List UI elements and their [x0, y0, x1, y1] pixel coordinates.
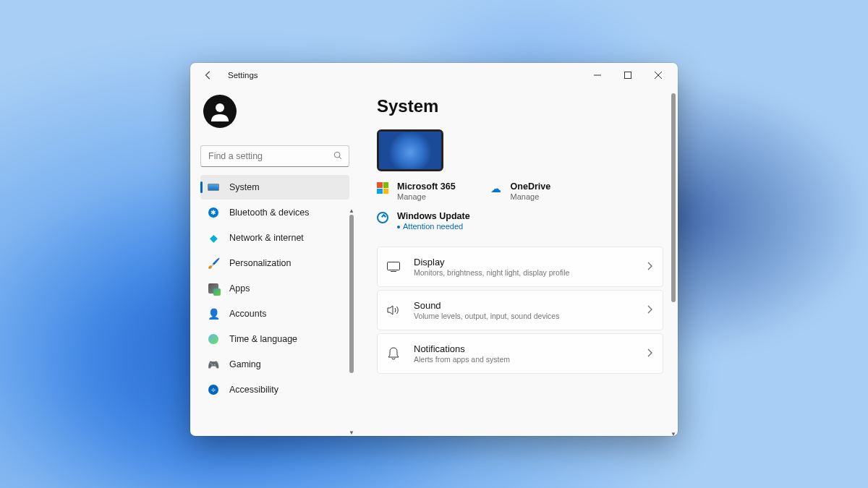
- sidebar-item-gaming[interactable]: 🎮 Gaming: [200, 352, 349, 377]
- tile-onedrive[interactable]: ☁ OneDrive Manage: [490, 181, 551, 201]
- window-title: Settings: [228, 71, 258, 80]
- speaker-icon: [386, 303, 401, 317]
- accessibility-icon: ⟡: [208, 384, 219, 395]
- close-button[interactable]: [643, 65, 673, 85]
- card-title: Display: [414, 257, 647, 267]
- sidebar-item-label: Apps: [229, 283, 250, 294]
- apps-icon: [208, 283, 219, 294]
- sidebar-item-apps[interactable]: Apps: [200, 276, 349, 301]
- card-title: Notifications: [414, 343, 647, 354]
- tile-windows-update[interactable]: Windows Update Attention needed: [377, 211, 663, 231]
- search-input[interactable]: [200, 145, 349, 167]
- svg-rect-5: [388, 262, 400, 270]
- titlebar: Settings: [190, 63, 678, 87]
- svg-point-2: [216, 103, 224, 112]
- info-tiles: Microsoft 365 Manage ☁ OneDrive Manage W…: [377, 181, 663, 231]
- search-icon: [333, 150, 342, 163]
- tile-subtitle: Manage: [397, 192, 456, 201]
- back-button[interactable]: [199, 66, 218, 85]
- chevron-right-icon: [647, 304, 652, 317]
- sidebar-item-label: Network & internet: [229, 233, 304, 243]
- sidebar-item-network[interactable]: ◆ Network & internet: [200, 226, 349, 250]
- card-title: Sound: [414, 300, 647, 311]
- sidebar-item-label: Time & language: [229, 334, 297, 344]
- scrollbar-thumb[interactable]: [671, 93, 676, 302]
- sidebar-item-accessibility[interactable]: ⟡ Accessibility: [200, 377, 349, 402]
- settings-window: Settings: [190, 63, 678, 436]
- bell-icon: [386, 346, 401, 361]
- tile-title: OneDrive: [511, 181, 551, 192]
- person-icon: 👤: [208, 308, 219, 320]
- sidebar-item-label: Bluetooth & devices: [229, 207, 310, 218]
- gamepad-icon: 🎮: [208, 359, 219, 370]
- sidebar-item-label: Gaming: [229, 359, 261, 369]
- user-profile[interactable]: [200, 90, 355, 138]
- cloud-icon: ☁: [490, 182, 503, 195]
- close-icon: [655, 72, 662, 79]
- maximize-icon: [624, 72, 631, 79]
- page-title: System: [377, 96, 663, 116]
- sidebar-item-system[interactable]: System: [200, 175, 349, 200]
- monitor-icon: [386, 260, 401, 274]
- sidebar-item-label: System: [229, 182, 260, 192]
- tile-subtitle: Manage: [511, 192, 551, 201]
- person-icon: [208, 100, 231, 123]
- tile-subtitle: Attention needed: [397, 222, 470, 231]
- sidebar-item-personalization[interactable]: 🖌️ Personalization: [200, 251, 349, 275]
- scroll-up-icon: ▲: [349, 207, 354, 214]
- bluetooth-icon: ✱: [208, 207, 219, 218]
- tile-microsoft-365[interactable]: Microsoft 365 Manage: [377, 181, 456, 201]
- minimize-button[interactable]: [582, 65, 613, 85]
- sidebar-item-bluetooth[interactable]: ✱ Bluetooth & devices: [200, 200, 349, 225]
- arrow-left-icon: [203, 70, 213, 80]
- sidebar-item-accounts[interactable]: 👤 Accounts: [200, 301, 349, 326]
- avatar: [203, 95, 237, 128]
- svg-point-3: [334, 152, 340, 158]
- system-icon: [208, 181, 219, 193]
- svg-line-4: [339, 157, 341, 159]
- scroll-down-icon: ▼: [349, 429, 354, 436]
- sidebar-item-label: Accessibility: [229, 385, 278, 395]
- card-subtitle: Volume levels, output, input, sound devi…: [414, 312, 647, 320]
- microsoft-logo-icon: [377, 182, 390, 195]
- sidebar-item-label: Personalization: [229, 258, 291, 268]
- maximize-button[interactable]: [613, 65, 643, 85]
- tile-title: Windows Update: [397, 211, 470, 221]
- device-preview[interactable]: [377, 129, 443, 171]
- scrollbar-thumb[interactable]: [349, 215, 354, 373]
- chevron-right-icon: [647, 260, 652, 273]
- svg-rect-1: [625, 72, 631, 79]
- sidebar-item-time-language[interactable]: Time & language: [200, 327, 349, 351]
- sidebar-scrollbar[interactable]: ▲ ▼: [349, 215, 354, 429]
- minimize-icon: [594, 72, 601, 79]
- main-content: System Microsoft 365 Manage ☁ OneDrive: [355, 87, 678, 436]
- search-field: [200, 145, 349, 167]
- tile-title: Microsoft 365: [397, 181, 456, 192]
- paintbrush-icon: 🖌️: [208, 257, 219, 269]
- window-controls: [582, 65, 673, 85]
- globe-icon: [208, 333, 219, 345]
- card-subtitle: Alerts from apps and system: [414, 355, 647, 364]
- chevron-right-icon: [647, 347, 652, 360]
- main-scrollbar[interactable]: ▼: [671, 93, 676, 430]
- sidebar: System ✱ Bluetooth & devices ◆ Network &…: [190, 87, 355, 436]
- card-subtitle: Monitors, brightness, night light, displ…: [414, 268, 647, 277]
- nav-list: System ✱ Bluetooth & devices ◆ Network &…: [200, 174, 355, 436]
- update-icon: [377, 212, 390, 225]
- sidebar-item-label: Accounts: [229, 309, 266, 319]
- settings-cards: Display Monitors, brightness, night ligh…: [377, 247, 663, 374]
- card-sound[interactable]: Sound Volume levels, output, input, soun…: [377, 290, 663, 330]
- card-notifications[interactable]: Notifications Alerts from apps and syste…: [377, 333, 663, 374]
- card-display[interactable]: Display Monitors, brightness, night ligh…: [377, 247, 663, 287]
- wifi-icon: ◆: [208, 232, 219, 244]
